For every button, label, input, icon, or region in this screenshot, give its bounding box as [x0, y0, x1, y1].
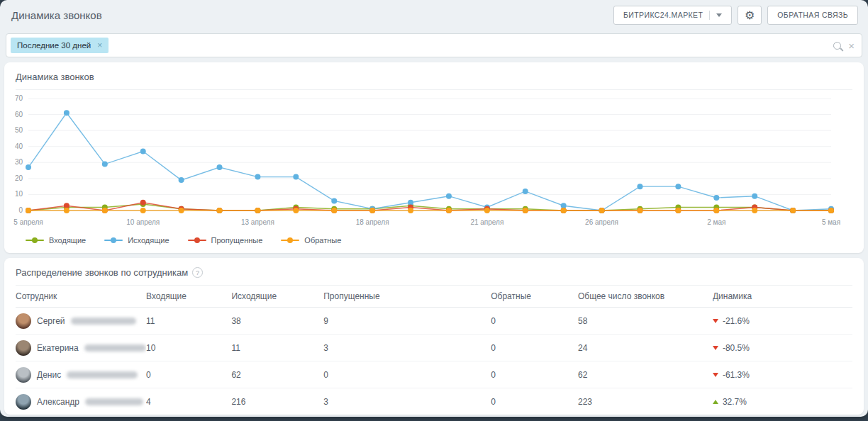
total-count: 62 — [578, 370, 713, 380]
chart-legend: Входящие Исходящие Пропущенные Обратные — [4, 233, 864, 253]
settings-button[interactable]: ⚙ — [738, 6, 762, 25]
incoming-count: 10 — [146, 343, 231, 353]
svg-text:18 апреля: 18 апреля — [356, 218, 389, 226]
trend-icon — [713, 373, 718, 377]
svg-text:50: 50 — [15, 126, 23, 134]
legend-label: Обратные — [304, 236, 341, 245]
filter-icons: × — [833, 40, 855, 51]
clear-filter-icon[interactable]: × — [848, 40, 855, 51]
employee-name[interactable]: Сергей — [37, 316, 65, 326]
filter-chip-label: Последние 30 дней — [17, 41, 91, 50]
top-bar: Динамика звонков БИТРИКС24.МАРКЕТ ⚙ ОБРА… — [0, 0, 868, 30]
svg-text:5 апреля: 5 апреля — [13, 218, 43, 226]
svg-text:30: 30 — [15, 158, 23, 166]
table-row: Денис 0 62 0 0 62 -61.3% — [16, 361, 852, 388]
table-row: Екатерина 10 11 3 0 24 -80.5% — [16, 335, 852, 361]
svg-text:13 апреля: 13 апреля — [241, 218, 274, 226]
legend-item-callback[interactable]: Обратные — [281, 236, 341, 245]
legend-item-incoming[interactable]: Входящие — [26, 236, 86, 245]
incoming-count: 0 — [146, 370, 231, 380]
table-header-row: Сотрудник Входящие Исходящие Пропущенные… — [16, 286, 852, 308]
filter-bar[interactable]: Последние 30 дней × × — [6, 33, 862, 57]
total-count: 223 — [578, 397, 713, 407]
outgoing-count: 216 — [231, 397, 323, 407]
redacted-surname — [71, 318, 136, 325]
redacted-surname — [67, 371, 138, 378]
trend-icon — [713, 400, 718, 404]
outgoing-count: 11 — [231, 343, 323, 353]
svg-text:0: 0 — [18, 206, 23, 214]
callback-count: 0 — [491, 397, 578, 407]
incoming-count: 4 — [146, 397, 231, 407]
filter-chip-period[interactable]: Последние 30 дней × — [11, 38, 108, 53]
feedback-button[interactable]: ОБРАТНАЯ СВЯЗЬ — [767, 6, 858, 25]
page-title: Динамика звонков — [11, 9, 102, 21]
col-employee: Сотрудник — [16, 291, 146, 301]
chevron-down-icon[interactable] — [716, 13, 722, 17]
callback-count: 0 — [491, 316, 578, 326]
legend-marker — [281, 237, 299, 244]
chart-panel: Динамика звонков 0102030405060705 апреля… — [4, 62, 864, 253]
table-row: Александр 4 216 3 0 223 32.7% — [16, 388, 852, 415]
missed-count: 9 — [323, 316, 491, 326]
gear-icon: ⚙ — [745, 9, 755, 22]
table-panel-head: Распределение звонков по сотрудникам ? — [4, 258, 864, 285]
col-callback: Обратные — [491, 291, 578, 301]
missed-count: 3 — [323, 343, 491, 353]
legend-marker — [26, 237, 44, 244]
legend-item-missed[interactable]: Пропущенные — [188, 236, 263, 245]
employee-name[interactable]: Денис — [37, 370, 61, 380]
employees-table-panel: Распределение звонков по сотрудникам ? С… — [4, 258, 864, 415]
col-outgoing: Исходящие — [231, 291, 323, 301]
svg-text:10: 10 — [15, 190, 23, 198]
trend-value: -80.5% — [723, 343, 750, 353]
total-count: 58 — [578, 316, 713, 326]
button-divider — [709, 11, 710, 20]
legend-label: Входящие — [49, 236, 86, 245]
col-missed: Пропущенные — [323, 291, 491, 301]
outgoing-count: 38 — [231, 316, 323, 326]
svg-text:40: 40 — [15, 142, 23, 150]
filter-search-input[interactable] — [114, 33, 828, 57]
trend-icon — [713, 319, 718, 323]
missed-count: 3 — [323, 397, 491, 407]
chart-panel-title: Динамика звонков — [4, 62, 864, 89]
trend-value: -21.6% — [723, 316, 750, 326]
market-button-label: БИТРИКС24.МАРКЕТ — [623, 11, 703, 19]
svg-text:10 апреля: 10 апреля — [126, 218, 160, 226]
trend-icon — [713, 346, 718, 350]
search-icon[interactable] — [833, 42, 841, 50]
employee-name[interactable]: Екатерина — [37, 343, 79, 353]
avatar — [16, 367, 31, 383]
callback-count: 0 — [491, 370, 578, 380]
calls-dynamics-line-chart: 0102030405060705 апреля10 апреля13 апрел… — [4, 90, 841, 233]
avatar — [16, 340, 31, 356]
top-bar-actions: БИТРИКС24.МАРКЕТ ⚙ ОБРАТНАЯ СВЯЗЬ — [613, 6, 858, 25]
svg-text:20: 20 — [15, 174, 23, 182]
legend-item-outgoing[interactable]: Исходящие — [104, 236, 169, 245]
chip-close-icon[interactable]: × — [97, 41, 102, 50]
trend-value: 32.7% — [723, 397, 747, 407]
outgoing-count: 62 — [231, 370, 323, 380]
svg-text:21 апреля: 21 апреля — [470, 218, 503, 226]
total-count: 24 — [578, 343, 713, 353]
feedback-button-label: ОБРАТНАЯ СВЯЗЬ — [777, 11, 848, 19]
svg-text:5 мая: 5 мая — [822, 218, 840, 226]
legend-marker — [188, 237, 206, 244]
redacted-surname — [85, 398, 143, 405]
avatar — [16, 394, 31, 410]
callback-count: 0 — [491, 343, 578, 353]
svg-text:60: 60 — [15, 111, 23, 118]
col-dynamics: Динамика — [713, 291, 852, 301]
help-icon[interactable]: ? — [192, 267, 203, 278]
col-total: Общее число звонков — [578, 291, 713, 301]
market-button[interactable]: БИТРИКС24.МАРКЕТ — [613, 6, 732, 25]
legend-marker — [104, 237, 123, 244]
employee-name[interactable]: Александр — [37, 397, 79, 407]
employees-table: Сотрудник Входящие Исходящие Пропущенные… — [4, 286, 864, 415]
trend-value: -61.3% — [723, 370, 750, 380]
legend-label: Исходящие — [128, 236, 169, 245]
legend-label: Пропущенные — [211, 236, 263, 245]
incoming-count: 11 — [146, 316, 231, 326]
table-panel-title: Распределение звонков по сотрудникам — [16, 267, 188, 278]
